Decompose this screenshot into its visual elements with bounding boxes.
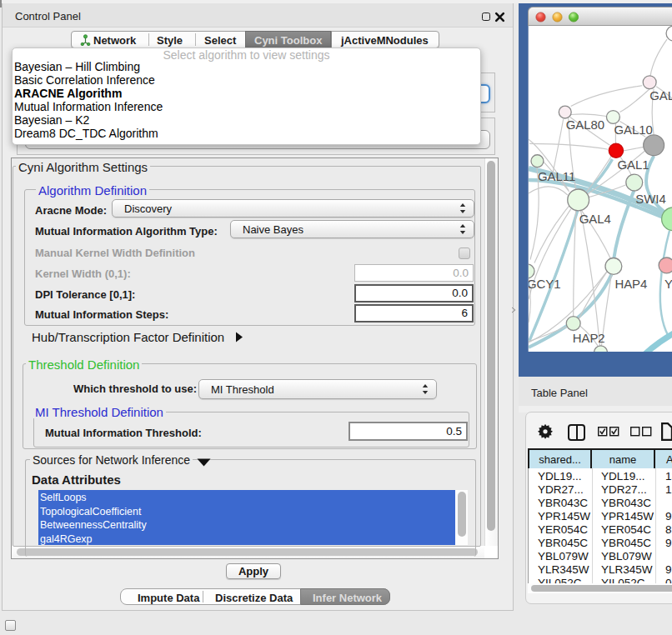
svg-text:YD: YD: [664, 278, 672, 291]
svg-text:GCY1: GCY1: [528, 278, 561, 291]
svg-text:GAL10: GAL10: [614, 123, 652, 137]
svg-text:HAP4: HAP4: [614, 278, 647, 291]
svg-text:GAL11: GAL11: [538, 170, 575, 183]
svg-text:HAP2: HAP2: [573, 332, 605, 345]
svg-text:GAL2: GAL2: [649, 89, 672, 102]
svg-text:GAL4: GAL4: [579, 212, 611, 226]
svg-text:GAL80: GAL80: [566, 118, 604, 132]
svg-text:SWI4: SWI4: [635, 192, 665, 206]
svg-text:GAL1: GAL1: [617, 158, 649, 172]
